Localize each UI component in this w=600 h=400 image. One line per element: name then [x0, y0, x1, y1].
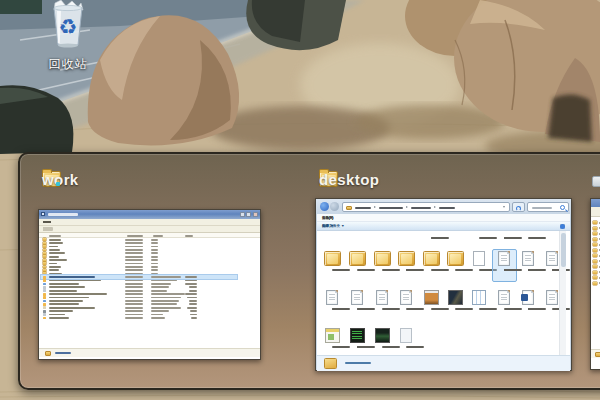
- file-icon: [375, 328, 390, 343]
- folder-icon: [346, 206, 352, 211]
- scrollbar-thumb: [561, 233, 566, 267]
- desktop-command-bar: 组织 ▼包含到库中 ▼共享 ▼刻录新建文件夹: [317, 222, 570, 231]
- help-icon: [560, 224, 565, 229]
- file-icon: [522, 290, 534, 305]
- svg-text:♻: ♻: [59, 15, 78, 39]
- file-icon: [448, 290, 463, 305]
- recycle-bin-icon: ♻: [42, 0, 94, 50]
- file-icon: [350, 328, 365, 343]
- details-pane: [317, 355, 570, 371]
- work-title-bar: [39, 210, 260, 219]
- address-bar: [342, 202, 510, 212]
- back-button: [320, 202, 329, 211]
- folder-icon: [447, 251, 464, 266]
- recycle-bin[interactable]: ♻ 回收站: [40, 0, 96, 76]
- file-icon: [472, 290, 486, 305]
- folder-icon: [324, 251, 341, 266]
- scrollbar: [559, 231, 566, 355]
- file-icon: [400, 328, 412, 343]
- desktop-icon-grid: [317, 231, 570, 355]
- forward-button: [330, 202, 339, 211]
- work-file-row: [41, 316, 237, 319]
- file-icon: [498, 251, 510, 266]
- folder-icon: [349, 251, 366, 266]
- partial-window-preview: [590, 198, 600, 370]
- folder-icon: [374, 251, 391, 266]
- work-window-preview: [38, 209, 261, 360]
- partial-label-icon: [592, 176, 600, 187]
- command-item: 新建文件夹: [322, 224, 340, 228]
- file-icon: [546, 251, 558, 266]
- window-icon: [41, 212, 45, 216]
- work-status-bar: [39, 348, 260, 357]
- close-button: [253, 212, 258, 217]
- file-icon: [325, 328, 340, 343]
- folder-icon: [423, 251, 440, 266]
- work-file-list: [39, 238, 260, 320]
- folder-icon: [45, 351, 51, 356]
- minimize-button: [240, 212, 245, 217]
- shortcut-badge: [56, 182, 60, 186]
- refresh-button: [512, 202, 525, 212]
- work-toolbar: [39, 226, 260, 233]
- desktop-window-preview: 文件(F)编辑(E)查看(V)工具(T)帮助(H) 组织 ▼包含到库中 ▼共享 …: [315, 198, 572, 371]
- file-icon: [326, 290, 338, 305]
- peek-label-desktop: desktop: [319, 171, 379, 188]
- file-icon: [522, 251, 534, 266]
- desktop-menu-bar: 文件(F)编辑(E)查看(V)工具(T)帮助(H): [317, 214, 570, 222]
- menu-item: 帮助(H): [322, 216, 334, 220]
- peek-thumbnail-work[interactable]: work: [30, 160, 296, 386]
- peek-thumbnail-partial[interactable]: [586, 160, 600, 386]
- peek-label-work: work: [42, 171, 79, 188]
- file-icon: [376, 290, 388, 305]
- work-menu-bar: [39, 219, 260, 226]
- taskbar-peek-panel: work: [18, 152, 600, 390]
- maximize-button: [246, 212, 251, 217]
- file-icon: [351, 290, 363, 305]
- recycle-bin-label: 回收站: [32, 56, 104, 73]
- file-icon: [546, 290, 558, 305]
- search-icon: [560, 205, 565, 210]
- file-icon: [400, 290, 412, 305]
- file-icon: [498, 290, 510, 305]
- file-icon: [473, 251, 485, 266]
- peek-thumbnail-desktop[interactable]: desktop 文件(F)编辑(E): [308, 160, 588, 386]
- file-icon: [424, 290, 439, 305]
- search-box: [527, 202, 569, 212]
- folder-icon: [324, 358, 337, 369]
- desktop: ♻ 回收站 work: [0, 0, 600, 400]
- folder-icon: [398, 251, 415, 266]
